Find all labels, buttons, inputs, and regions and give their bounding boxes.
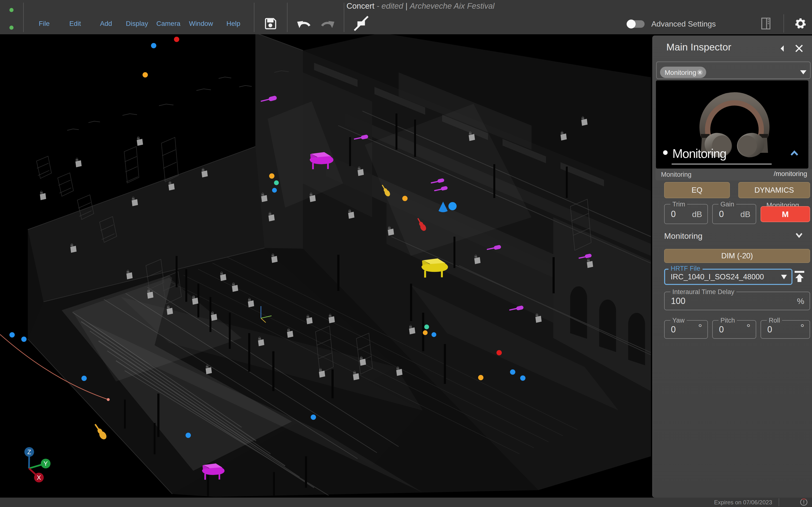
svg-text:Y: Y [44, 460, 48, 467]
svg-text:Monitoring: Monitoring [672, 147, 726, 161]
svg-text:X: X [37, 474, 41, 481]
svg-text:Z: Z [27, 448, 31, 456]
